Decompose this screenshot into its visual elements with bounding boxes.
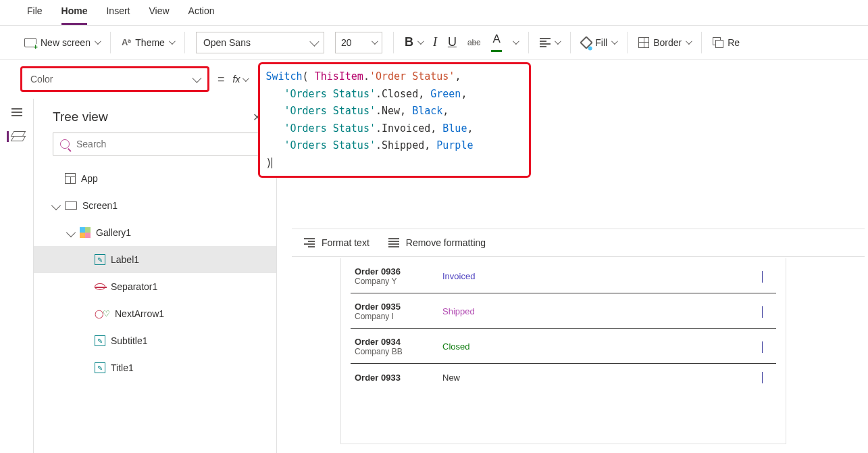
format-text-button[interactable]: Format text — [304, 237, 369, 248]
separator-icon — [95, 283, 105, 290]
fill-label: Fill — [595, 37, 607, 48]
order-subtitle: Company BB — [355, 347, 442, 356]
gallery-icon — [80, 227, 91, 238]
order-row[interactable]: Order 0936 Company Y Invoiced — [351, 258, 776, 293]
expand-icon[interactable] — [51, 201, 61, 210]
fx-label: fx — [233, 74, 240, 85]
align-button[interactable] — [540, 38, 559, 47]
reorder-button[interactable]: Re — [713, 37, 740, 48]
order-status: Shipped — [442, 306, 524, 316]
separator — [701, 32, 702, 53]
search-input[interactable] — [75, 138, 257, 150]
separator — [393, 32, 394, 53]
separator — [184, 32, 185, 53]
font-color-button[interactable]: A — [491, 32, 502, 52]
order-title: Order 0933 — [355, 373, 442, 383]
order-row[interactable]: Order 0935 Company I Shipped — [351, 293, 776, 329]
toolbar: New screen Aᵃ Theme Open Sans 20 B I U a… — [0, 26, 868, 59]
order-subtitle: Company Y — [355, 277, 442, 286]
menu-insert[interactable]: Insert — [106, 5, 130, 25]
fill-icon — [580, 36, 593, 49]
tree-label: Title1 — [111, 362, 134, 373]
chevron-down-icon — [242, 75, 249, 82]
property-name: Color — [30, 74, 53, 85]
tree-view-panel: Tree view ✕ App Screen1 Gallery1 — [34, 99, 277, 453]
separator — [110, 32, 111, 53]
color-bar — [491, 50, 502, 52]
orders-preview: Order 0936 Company Y Invoiced Order 0935… — [340, 258, 786, 444]
bold-button[interactable]: B — [405, 35, 422, 49]
strikethrough-button[interactable]: abc — [467, 38, 480, 47]
menu-view[interactable]: View — [149, 5, 169, 25]
chevron-down-icon — [555, 38, 561, 45]
chevron-right-icon — [762, 341, 763, 353]
remove-formatting-button[interactable]: Remove formatting — [388, 237, 486, 248]
chevron-down-icon — [192, 74, 201, 83]
new-screen-label: New screen — [41, 37, 91, 48]
font-size-dropdown[interactable]: 20 — [335, 32, 382, 53]
next-arrow[interactable] — [762, 271, 763, 282]
border-label: Border — [653, 37, 682, 48]
tree-node-gallery[interactable]: Gallery1 — [46, 219, 276, 246]
tree-label: App — [81, 173, 98, 184]
tree-node-screen[interactable]: Screen1 — [46, 192, 276, 219]
tree-view-title: Tree view — [53, 110, 108, 124]
tree-node-nextarrow1[interactable]: ◯♡ NextArrow1 — [46, 300, 276, 327]
search-icon — [60, 139, 70, 149]
screen-icon — [65, 201, 77, 210]
format-text-icon — [304, 238, 315, 247]
border-icon — [638, 37, 649, 48]
menu-home[interactable]: Home — [61, 5, 88, 25]
expand-icon[interactable] — [66, 228, 76, 237]
treeview-icon[interactable] — [11, 131, 24, 142]
remove-formatting-label: Remove formatting — [406, 237, 486, 248]
font-family-value: Open Sans — [203, 37, 251, 48]
nextarrow-icon: ◯♡ — [95, 309, 109, 318]
tree-node-subtitle1[interactable]: Subtitle1 — [46, 327, 276, 354]
order-row[interactable]: Order 0934 Company BB Closed — [351, 329, 776, 364]
chevron-right-icon — [762, 271, 763, 283]
font-family-dropdown[interactable]: Open Sans — [196, 32, 324, 53]
tree-node-app[interactable]: App — [46, 165, 276, 192]
formula-format-bar: Format text Remove formatting — [292, 229, 865, 257]
order-row[interactable]: Order 0933 New — [351, 364, 776, 389]
chevron-right-icon — [762, 306, 763, 318]
tree-label: Screen1 — [82, 200, 118, 211]
chevron-down-icon — [169, 38, 176, 45]
order-status: Invoiced — [442, 271, 524, 281]
hamburger-icon[interactable] — [11, 108, 22, 116]
underline-button[interactable]: U — [448, 35, 457, 49]
tree-node-title1[interactable]: Title1 — [46, 354, 276, 381]
theme-label: Theme — [135, 37, 165, 48]
order-status: New — [442, 373, 524, 383]
tree-search[interactable] — [53, 133, 264, 156]
menu-action[interactable]: Action — [188, 5, 215, 25]
theme-button[interactable]: Aᵃ Theme — [122, 37, 174, 48]
next-arrow[interactable] — [762, 372, 763, 383]
chevron-down-icon[interactable] — [513, 38, 519, 45]
new-screen-button[interactable]: New screen — [24, 37, 99, 48]
italic-button[interactable]: I — [433, 35, 437, 49]
order-title: Order 0936 — [355, 266, 442, 277]
chevron-down-icon — [417, 38, 424, 45]
tree: App Screen1 Gallery1 Label1 Separator1 — [34, 165, 276, 381]
remove-formatting-icon — [388, 238, 399, 247]
tree-label: Subtitle1 — [111, 335, 147, 346]
menubar: File Home Insert View Action — [0, 0, 868, 26]
tree-node-label1[interactable]: Label1 — [34, 246, 276, 273]
order-status: Closed — [442, 341, 524, 352]
align-icon — [540, 38, 551, 47]
menu-file[interactable]: File — [27, 5, 43, 25]
chevron-down-icon — [95, 38, 101, 45]
label-icon — [95, 254, 105, 265]
separator — [570, 32, 571, 53]
next-arrow[interactable] — [762, 341, 763, 352]
fx-button[interactable]: fx — [233, 59, 256, 99]
next-arrow[interactable] — [762, 306, 763, 317]
tree-node-separator1[interactable]: Separator1 — [46, 273, 276, 300]
formula-editor[interactable]: Switch( ThisItem.'Order Status', 'Orders… — [258, 62, 531, 178]
border-button[interactable]: Border — [638, 37, 690, 48]
tree-label: NextArrow1 — [115, 308, 164, 319]
fill-button[interactable]: Fill — [582, 37, 616, 48]
property-dropdown[interactable]: Color — [20, 66, 209, 92]
